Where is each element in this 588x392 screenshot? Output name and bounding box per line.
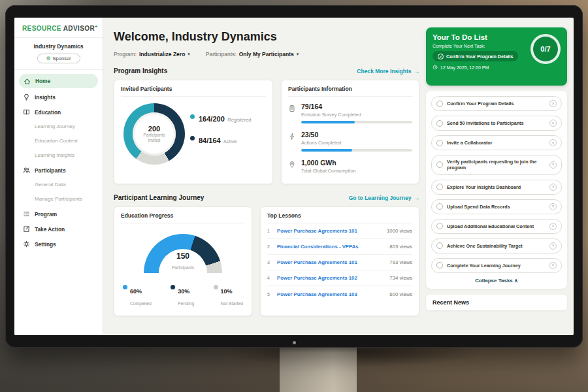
go-to-learning-journey-link[interactable]: Go to Learning Journey →	[349, 195, 419, 201]
completed-pct: 60%	[130, 288, 142, 295]
task-send-invitations[interactable]: Send 50 Invitations to Participants ›	[431, 116, 562, 131]
legend-pending: 30%Pending	[171, 284, 194, 308]
task-checkbox[interactable]	[436, 184, 443, 190]
lesson-rank: 3	[267, 260, 273, 265]
filters-row: Program: Industrialize Zero ▾ Participan…	[114, 51, 419, 57]
lesson-link[interactable]: Power Purchase Agreements 103	[277, 291, 385, 297]
chevron-right-icon[interactable]: ›	[549, 100, 557, 107]
task-complete-learning-journey[interactable]: Complete Your Learning Journey ›	[431, 258, 562, 273]
lesson-rank: 5	[267, 292, 273, 297]
lesson-link[interactable]: Power Purchase Agreements 101	[277, 228, 383, 234]
sidebar-item-program[interactable]: Program	[14, 206, 103, 221]
lesson-views: 600 views	[389, 291, 412, 297]
logo-plus: +	[95, 24, 98, 29]
lesson-link[interactable]: Financial Considerations - VPPAs	[277, 244, 385, 250]
collapse-label: Collapse Tasks	[475, 278, 513, 284]
emission-value: 79/164	[301, 103, 412, 110]
lesson-link[interactable]: Power Purchase Agreements 102	[277, 275, 385, 281]
logo-primary: RESOURCE	[22, 25, 61, 32]
sidebar-item-participants[interactable]: Participants	[14, 163, 103, 178]
task-confirm-program-details[interactable]: Confirm Your Program Details ›	[431, 96, 562, 111]
task-checkbox[interactable]	[436, 203, 443, 210]
next-task-label: Confirm Your Program Details	[446, 54, 513, 59]
invited-donut-arc: 200 Participants Invited	[123, 103, 185, 165]
chevron-right-icon[interactable]: ›	[549, 120, 557, 127]
sidebar-item-general-data[interactable]: General Data	[14, 178, 103, 192]
sidebar-item-insights[interactable]: Insights	[14, 90, 103, 105]
active-value: 84/164	[199, 137, 221, 144]
sidebar-item-take-action[interactable]: Take Action	[14, 221, 103, 237]
next-task-pill[interactable]: ✓ Confirm Your Program Details	[433, 51, 518, 61]
task-achieve-sustainability-target[interactable]: Achieve One Sustainability Target ›	[431, 238, 562, 253]
task-checkbox[interactable]	[436, 161, 443, 168]
sidebar-item-education-content[interactable]: Education Content	[14, 134, 103, 148]
invited-participants-card: Invited Participants 200 Participants In…	[114, 80, 273, 184]
chevron-right-icon[interactable]: ›	[549, 223, 557, 230]
task-label: Confirm Your Program Details	[447, 101, 546, 106]
check-more-insights-link[interactable]: Check More Insights →	[357, 68, 419, 74]
gauge-caption: Participants	[172, 265, 194, 270]
sidebar-item-label: Education	[35, 109, 61, 116]
dashboard-screen: RESOURCE ADVISOR+ Industry Dynamics ⚙ Sp…	[14, 18, 574, 335]
chevron-right-icon[interactable]: ›	[549, 262, 557, 269]
link-label: Go to Learning Journey	[349, 195, 412, 201]
participants-filter[interactable]: Participants: Only My Participants ▾	[206, 51, 299, 57]
lesson-link[interactable]: Power Purchase Agreements 101	[277, 259, 385, 265]
app-logo: RESOURCE ADVISOR+	[14, 18, 103, 38]
task-explore-insights[interactable]: Explore Your Insights Dashboard ›	[431, 180, 562, 195]
stat-emission-survey: 79/164 Emission Survey Completed	[288, 103, 412, 123]
task-label: Explore Your Insights Dashboard	[447, 184, 546, 190]
legend-not-started: 10%Not Started	[214, 284, 243, 308]
task-checkbox[interactable]	[436, 223, 443, 229]
sidebar-item-learning-journey[interactable]: Learning Journey	[14, 120, 103, 134]
sidebar-item-learning-insights[interactable]: Learning Insights	[14, 148, 103, 163]
task-checkbox[interactable]	[436, 262, 443, 269]
settings-gear-icon	[23, 240, 30, 248]
sidebar-item-settings[interactable]: Settings	[14, 237, 103, 252]
not-started-label: Not Started	[221, 301, 243, 306]
stat-global-consumption: 1,000 GWh Total Global Consumption	[288, 159, 412, 174]
registered-label: Registered	[227, 117, 251, 123]
task-upload-educational-content[interactable]: Upload Additional Educational Content ›	[431, 219, 562, 234]
chevron-right-icon[interactable]: ›	[549, 184, 557, 191]
top-lessons-card: Top Lessons 1 Power Purchase Agreements …	[260, 206, 419, 316]
task-upload-spend-data[interactable]: Upload Spend Data Records ›	[431, 199, 562, 214]
todo-tasks-card: Confirm Your Program Details › Send 50 I…	[426, 91, 567, 289]
lesson-row: 2 Financial Considerations - VPPAs 803 v…	[267, 239, 412, 255]
task-label: Upload Additional Educational Content	[447, 223, 546, 229]
chevron-right-icon[interactable]: ›	[549, 161, 557, 169]
chevron-right-icon[interactable]: ›	[549, 203, 557, 210]
monitor-stand	[280, 345, 357, 392]
arrow-right-icon: →	[414, 68, 420, 74]
card-title: Top Lessons	[267, 212, 412, 223]
chevron-right-icon[interactable]: ›	[549, 139, 557, 146]
recent-news-header[interactable]: Recent News	[426, 295, 567, 310]
sponsor-badge[interactable]: ⚙ Sponsor	[37, 54, 80, 63]
sidebar-item-education[interactable]: Education	[14, 105, 103, 120]
donut-legend: 164/200 Registered 84/164 Active	[190, 112, 252, 146]
task-checkbox[interactable]	[436, 242, 443, 249]
task-label: Complete Your Learning Journey	[447, 263, 546, 269]
task-label: Achieve One Sustainability Target	[447, 243, 546, 249]
collapse-tasks-link[interactable]: Collapse Tasks ∧	[431, 278, 562, 284]
task-label: Upload Spend Data Records	[447, 204, 546, 210]
legend-dot-not-started	[214, 285, 218, 289]
sidebar-item-label: Participants	[35, 167, 66, 174]
task-verify-participants[interactable]: Verify participants requesting to join t…	[431, 155, 562, 175]
program-filter[interactable]: Program: Industrialize Zero ▾	[114, 51, 190, 57]
task-checkbox[interactable]	[436, 120, 443, 127]
sidebar-item-home[interactable]: Home	[19, 74, 98, 88]
task-checkbox[interactable]	[436, 140, 443, 146]
task-invite-collaborator[interactable]: Invite a Collaborator ›	[431, 135, 562, 150]
actions-value: 23/50	[301, 131, 412, 139]
invited-total: 200	[148, 125, 160, 133]
chevron-up-icon: ∧	[514, 278, 518, 284]
emission-label: Emission Survey Completed	[301, 112, 412, 118]
task-label: Verify participants requesting to join t…	[447, 159, 546, 171]
lesson-views: 803 views	[389, 244, 412, 250]
todo-hero-card: Your To Do List Complete Your Next Task:…	[426, 27, 567, 86]
sidebar-item-manage-participants[interactable]: Manage Participants	[14, 192, 103, 206]
chevron-right-icon[interactable]: ›	[549, 242, 557, 250]
gauge-legend: 60%Completed 30%Pending 10%Not Started	[121, 284, 245, 308]
task-checkbox[interactable]	[436, 101, 443, 107]
